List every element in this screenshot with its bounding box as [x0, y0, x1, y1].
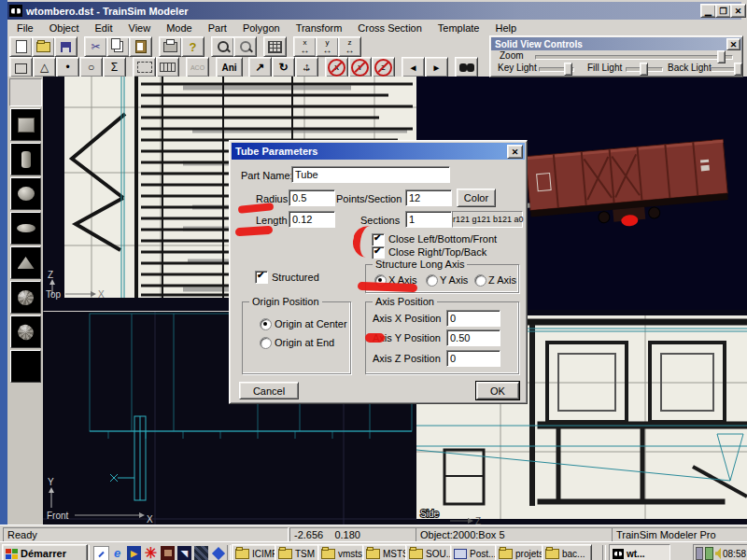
menu-template[interactable]: Template	[438, 22, 480, 34]
scale-tool-button[interactable]: ↕↔	[295, 57, 318, 77]
shape-tube-button[interactable]	[10, 212, 41, 245]
cut-button[interactable]: ✂	[84, 36, 107, 57]
taskbar-item-icimp[interactable]: ICIMP	[232, 544, 280, 560]
dialog-titlebar[interactable]: Tube Parameters	[232, 143, 525, 160]
svc-close-button[interactable]: ✕	[726, 38, 740, 50]
media-player-icon[interactable]: ▶	[127, 546, 141, 560]
axis-z-position-input[interactable]	[446, 350, 500, 367]
taskbar-clock[interactable]: 08:58	[723, 549, 746, 559]
checkered-app-icon[interactable]	[194, 546, 208, 560]
origin-end-label[interactable]: Origin at End	[275, 337, 334, 348]
shape-geosphere-button[interactable]	[10, 281, 41, 314]
move-tool-button[interactable]: ↗	[248, 57, 272, 77]
network-tray-icon[interactable]	[696, 547, 703, 560]
select-object-button[interactable]	[9, 57, 33, 77]
zoom-in-button[interactable]	[211, 36, 234, 57]
shape-geosphere2-button[interactable]	[10, 315, 41, 348]
zoom-slider-thumb[interactable]	[717, 50, 726, 63]
lock-z-button[interactable]: Z	[372, 57, 395, 77]
shape-teardrop-button[interactable]	[10, 350, 41, 383]
scheduler-tray-icon[interactable]	[705, 547, 712, 560]
menu-transform[interactable]: Transform	[296, 22, 343, 34]
z-axis-radio[interactable]	[474, 274, 486, 287]
close-button[interactable]: ✕	[730, 4, 746, 18]
menu-file[interactable]: File	[17, 22, 34, 34]
origin-center-label[interactable]: Origin at Center	[275, 318, 347, 329]
rotate-tool-button[interactable]: ↻	[272, 57, 295, 77]
red-star-icon[interactable]: ✳	[144, 546, 158, 560]
origin-center-radio[interactable]	[260, 318, 272, 330]
taskbar-item-post[interactable]: Post...	[450, 544, 500, 560]
menu-help[interactable]: Help	[495, 22, 516, 34]
mirror-y-button[interactable]: y↔	[316, 36, 339, 57]
length-input[interactable]	[289, 211, 335, 228]
menu-object[interactable]: Object	[49, 22, 79, 34]
fill-light-slider[interactable]	[626, 67, 663, 72]
open-button[interactable]	[32, 36, 55, 57]
taskbar-item-sou[interactable]: SOU...	[405, 544, 456, 560]
new-button[interactable]	[9, 36, 33, 57]
key-light-slider-thumb[interactable]	[564, 63, 572, 76]
axis-y-position-input[interactable]	[446, 329, 500, 346]
y-axis-radio[interactable]	[426, 274, 438, 287]
internet-explorer-icon[interactable]: e	[110, 546, 124, 560]
taskbar-item-bac[interactable]: bac...	[542, 544, 592, 560]
shape-sphere-button[interactable]	[10, 177, 41, 210]
lock-x-button[interactable]: X	[325, 57, 348, 77]
grid-toggle-button[interactable]	[263, 36, 287, 57]
maximize-button[interactable]: ❒	[715, 4, 731, 18]
image-viewer-icon[interactable]	[161, 546, 175, 560]
structured-checkbox[interactable]	[255, 271, 268, 284]
menu-mode[interactable]: Mode	[166, 22, 192, 34]
axis-x-position-input[interactable]	[446, 310, 500, 327]
z-axis-label[interactable]: Z Axis	[488, 274, 516, 286]
lock-y-button[interactable]: Y	[348, 57, 372, 77]
select-circle-button[interactable]: ○	[79, 57, 103, 77]
shape-cone-button[interactable]	[10, 246, 41, 279]
marquee-select-button[interactable]	[133, 57, 156, 77]
key-light-slider[interactable]	[539, 67, 574, 72]
sections-input[interactable]	[405, 211, 452, 228]
ok-button[interactable]: OK	[476, 382, 519, 399]
find-button[interactable]	[455, 57, 478, 77]
copy-button[interactable]	[106, 36, 130, 57]
points-section-input[interactable]	[405, 189, 452, 206]
paint-arrow-icon[interactable]: ◥	[177, 546, 191, 560]
back-light-slider-thumb[interactable]	[734, 63, 742, 76]
window-titlebar[interactable]: wtombero.dst - TrainSim Modeler	[7, 2, 741, 20]
taskbar-item-msts[interactable]: MSTS	[362, 544, 411, 560]
taskbar-item-vmsts[interactable]: vmsts	[317, 544, 368, 560]
sum-button[interactable]: Σ	[103, 57, 126, 77]
minimize-button[interactable]: ▁	[700, 4, 716, 18]
animation-button[interactable]: Ani	[216, 57, 243, 77]
select-point-button[interactable]: •	[56, 57, 79, 77]
start-button[interactable]: Démarrer	[2, 544, 88, 560]
taskbar-item-wt-active[interactable]: wt...	[609, 544, 670, 560]
menu-polygon[interactable]: Polygon	[243, 22, 280, 34]
menu-view[interactable]: View	[129, 22, 151, 34]
menu-edit[interactable]: Edit	[95, 22, 113, 34]
solid-view-controls-titlebar[interactable]: Solid View Controls	[491, 37, 741, 50]
diamond-app-icon[interactable]	[211, 546, 225, 560]
menu-cross-section[interactable]: Cross Section	[358, 22, 421, 34]
cancel-button[interactable]: Cancel	[239, 382, 299, 399]
structured-label[interactable]: Structured	[272, 272, 319, 283]
volume-tray-icon[interactable]	[715, 548, 721, 559]
close-right-label[interactable]: Close Right/Top/Back	[388, 246, 486, 258]
dialog-close-button[interactable]: ✕	[507, 145, 523, 159]
measure-button[interactable]	[156, 57, 179, 77]
color-button[interactable]: Color	[457, 189, 496, 207]
show-desktop-icon[interactable]	[93, 546, 109, 560]
part-name-input[interactable]	[291, 166, 450, 183]
fill-light-slider-thumb[interactable]	[640, 63, 648, 76]
origin-end-radio[interactable]	[260, 337, 272, 349]
zoom-slider[interactable]	[535, 55, 733, 60]
save-button[interactable]	[54, 36, 78, 57]
menu-part[interactable]: Part	[208, 22, 227, 34]
y-axis-label[interactable]: Y Axis	[440, 274, 468, 286]
mirror-z-button[interactable]: z↔	[338, 36, 361, 57]
shape-cylinder-button[interactable]	[10, 143, 41, 175]
zoom-out-button[interactable]	[233, 36, 257, 57]
mirror-x-button[interactable]: x↔	[293, 36, 317, 57]
prev-button[interactable]: ◄	[402, 57, 425, 77]
